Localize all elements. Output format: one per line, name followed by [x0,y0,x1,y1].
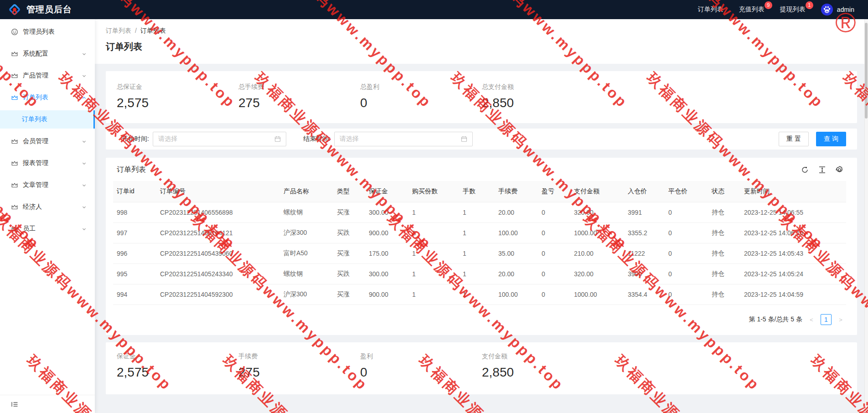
table-cell: 3991 [624,202,665,223]
notification-badge: 9 [765,1,772,9]
table-cell: 买跌 [333,264,365,284]
table-cell: 300.00 [365,264,408,284]
header-nav-1[interactable]: 订单列表 [698,5,723,14]
statistic-value: 2,850 [482,95,604,111]
logo-diamond-icon [8,3,21,16]
sidebar-item-9[interactable]: 员工 [0,220,95,238]
sidebar-item-7[interactable]: 文章管理 [0,176,95,194]
table-cell: 210.00 [570,243,624,264]
sidebar-item-label: 经济人 [23,203,42,211]
statistic-value: 0 [360,95,482,111]
start-time-input[interactable]: 请选择 [153,132,286,146]
table-cell: 320.00 [570,264,624,284]
smile-icon [11,28,18,36]
scrollbar-thumb[interactable] [865,23,868,119]
search-button[interactable]: 查 询 [816,132,846,146]
summary-card-bottom: 保证金2,575手续费275盈利0支付金额2,850 [106,342,857,394]
sidebar-item-label: 订单列表 [23,93,48,102]
column-header: 状态 [708,181,740,202]
pagination-prev-button[interactable]: < [806,314,817,325]
start-time-label: 开始时间: [122,135,149,143]
table-cell: 3354.4 [624,284,665,305]
sidebar-item-3[interactable]: 产品管理 [0,67,95,85]
crown-icon [11,203,18,211]
table-row: 995CP202312251405243340螺纹钢买跌300.001120.0… [113,264,846,284]
page-scrollbar[interactable] [864,19,868,413]
pagination-page-1[interactable]: 1 [821,314,832,325]
header-nav-2[interactable]: 充值列表9 [739,5,765,14]
sidebar-item-label: 产品管理 [23,72,48,80]
table-cell: 买涨 [333,284,365,305]
statistic-label: 手续费 [238,352,360,361]
column-header: 盈亏 [538,181,570,202]
sidebar-item-5[interactable]: 会员管理 [0,132,95,150]
sidebar-item-2[interactable]: 系统配置 [0,45,95,63]
statistic-label: 总保证金 [117,83,238,91]
table-cell: 持仓 [708,264,740,284]
user-menu[interactable]: duadmin [821,4,854,15]
table-cell: 2023-12-25 14:06:55 [740,202,846,223]
column-header: 订单id [113,181,156,202]
table-cell: 沪深300 [280,223,333,243]
sidebar-item-label: 文章管理 [23,181,48,189]
table-title: 订单列表 [117,165,146,175]
statistic-value: 275 [238,364,360,381]
column-header: 产品名称 [280,181,333,202]
table-cell: 0 [665,264,708,284]
sidebar-item-label: 系统配置 [23,50,48,58]
table-cell: 买跌 [333,223,365,243]
table-cell: 1 [459,284,495,305]
breadcrumb-parent[interactable]: 订单列表 [106,27,131,34]
top-header: 管理员后台 订单列表充值列表9提现列表1duadmin [0,0,868,19]
table-cell: 20.00 [495,202,538,223]
statistic-value: 2,575 [117,95,238,111]
sidebar-subitem-4-1[interactable]: 订单列表 [0,110,95,129]
statistic-top-4: 总支付金额2,850 [482,83,604,111]
pagination-next-button[interactable]: > [835,314,846,325]
sidebar-item-label: 报表管理 [23,159,48,167]
username: admin [837,6,854,13]
sidebar-item-8[interactable]: 经济人 [0,198,95,216]
sidebar-item-4[interactable]: 订单列表 [0,88,95,107]
page-title: 订单列表 [106,41,857,53]
calendar-icon [461,136,467,142]
column-header: 更新时间 [740,181,846,202]
table-cell: 997 [113,223,156,243]
table-cell: 995 [113,264,156,284]
statistic-bottom-2: 手续费275 [238,352,360,381]
table-cell: 900.00 [365,223,408,243]
table-cell: 1 [459,243,495,264]
table-header-bar: 订单列表 [113,158,850,181]
table-cell: 螺纹钢 [280,202,333,223]
chevron-down-icon [82,139,87,144]
end-time-input[interactable]: 请选择 [334,132,473,146]
table-cell: 螺纹钢 [280,264,333,284]
sidebar-item-1[interactable]: 管理员列表 [0,23,95,41]
sidebar-menu: 管理员列表系统配置产品管理订单列表订单列表会员管理报表管理文章管理经济人员工 [0,23,95,238]
refresh-icon[interactable] [801,166,809,174]
table-cell: 2023-12-25 14:05:24 [740,264,846,284]
header-nav-3[interactable]: 提现列表1 [780,5,806,14]
header-nav-label: 订单列表 [698,5,723,13]
calendar-icon [274,136,281,142]
table-cell: 100.00 [495,223,538,243]
summary-card-top: 总保证金2,575总手续费275总盈利0总支付金额2,850 [106,71,857,123]
sidebar: 管理员列表系统配置产品管理订单列表订单列表会员管理报表管理文章管理经济人员工 [0,19,95,413]
table-cell: 175.00 [365,243,408,264]
table-cell: 0 [665,202,708,223]
table-row: 998CP202312251406556898螺纹钢买涨300.001120.0… [113,202,846,223]
sidebar-item-6[interactable]: 报表管理 [0,154,95,172]
chevron-down-icon [82,161,87,166]
table-cell: 0 [538,264,570,284]
breadcrumb-current: 订单列表 [140,27,166,34]
reset-button[interactable]: 重 置 [779,132,809,146]
table-row: 997CP202312251406164121沪深300买跌900.001110… [113,223,846,243]
table-header-row: 订单id订单编号产品名称类型保证金购买份数手数手续费盈亏支付金额入仓价平仓价状态… [113,181,846,202]
table-cell: CP202312251406556898 [156,202,280,223]
settings-icon[interactable] [836,166,843,174]
sidebar-collapse-button[interactable] [0,395,95,413]
column-height-icon[interactable] [818,166,826,174]
statistic-label: 支付金额 [482,352,604,361]
app-logo[interactable]: 管理员后台 [0,3,95,16]
main-area: 订单列表/订单列表 订单列表 总保证金2,575总手续费275总盈利0总支付金额… [95,19,868,413]
